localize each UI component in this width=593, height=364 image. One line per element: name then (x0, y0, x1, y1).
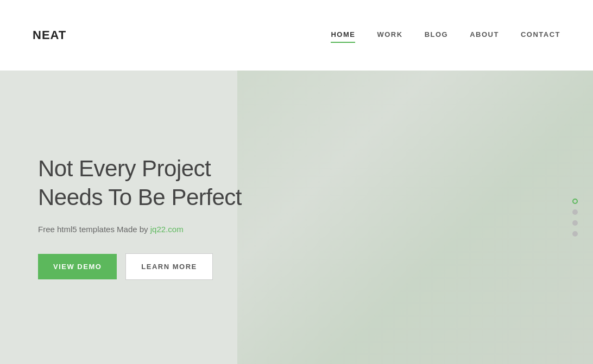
hero-title: Not Every Project Needs To Be Perfect (38, 155, 272, 212)
site-logo: NEAT (33, 28, 66, 42)
slide-dot-4[interactable] (572, 231, 578, 237)
main-nav: HOME WORK BLOG ABOUT CONTACT (331, 30, 560, 41)
hero-subtitle-link[interactable]: jq22.com (150, 225, 184, 234)
nav-blog[interactable]: BLOG (425, 30, 449, 41)
hero-content: Not Every Project Needs To Be Perfect Fr… (0, 155, 272, 280)
site-header: NEAT HOME WORK BLOG ABOUT CONTACT (0, 0, 593, 71)
hero-subtitle-prefix: Free html5 templates Made by (38, 225, 150, 234)
learn-more-button[interactable]: LEARN MORE (125, 253, 212, 280)
slide-dots (572, 199, 578, 237)
slide-dot-1[interactable] (572, 199, 578, 204)
slide-dot-2[interactable] (572, 209, 578, 215)
nav-about[interactable]: ABOUT (470, 30, 499, 41)
view-demo-button[interactable]: VIEW DEMO (38, 254, 117, 279)
nav-work[interactable]: WORK (377, 30, 402, 41)
hero-section: Not Every Project Needs To Be Perfect Fr… (0, 71, 593, 364)
hero-background (237, 71, 593, 364)
hero-subtitle: Free html5 templates Made by jq22.com (38, 225, 272, 234)
slide-dot-3[interactable] (572, 220, 578, 226)
hero-buttons: VIEW DEMO LEARN MORE (38, 253, 272, 280)
nav-home[interactable]: HOME (331, 30, 355, 41)
nav-contact[interactable]: CONTACT (521, 30, 560, 41)
